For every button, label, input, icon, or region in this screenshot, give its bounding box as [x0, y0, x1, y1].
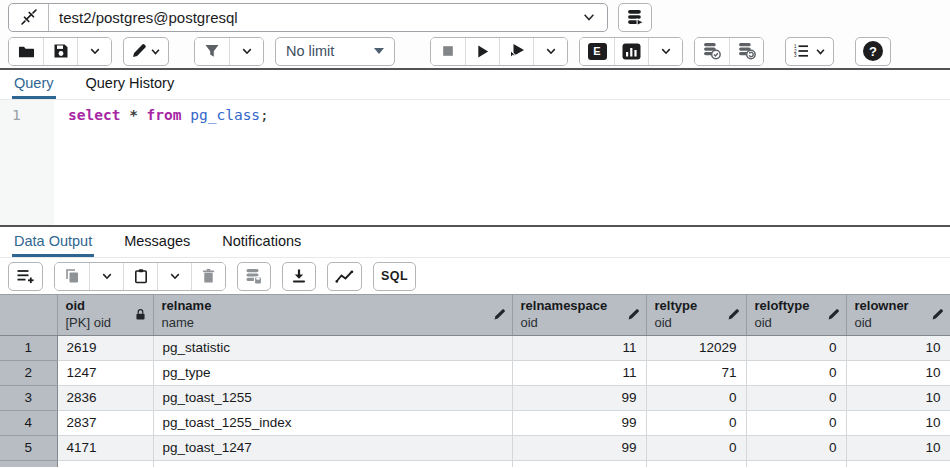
paste-button[interactable]	[123, 263, 157, 290]
save-options-button[interactable]	[77, 38, 111, 65]
connection-bar: test2/postgres@postgresql	[0, 0, 950, 34]
cell-reltype[interactable]	[646, 460, 746, 467]
cell-reltype[interactable]: 0	[646, 435, 746, 460]
cell-oid[interactable]: 4171	[57, 435, 153, 460]
cell-reloftype[interactable]	[746, 460, 846, 467]
explain-menu-button[interactable]	[648, 38, 682, 65]
cell-oid[interactable]	[57, 460, 153, 467]
chevron-down-icon	[545, 45, 557, 57]
column-header-oid[interactable]: oid[PK] oid	[57, 295, 153, 336]
sql-token: ;	[260, 107, 269, 123]
database-run-icon	[627, 9, 644, 26]
paste-options-button[interactable]	[157, 263, 191, 290]
column-header-reltype[interactable]: reltypeoid	[646, 295, 746, 336]
column-header-relname[interactable]: relnamename	[153, 295, 512, 336]
row-number[interactable]	[0, 460, 57, 467]
cell-relnamespace[interactable]: 11	[512, 360, 646, 385]
cell-reloftype[interactable]: 0	[746, 335, 846, 360]
filter-options-button[interactable]	[229, 38, 263, 65]
rollback-button[interactable]	[729, 38, 763, 65]
copy-button[interactable]	[55, 263, 89, 290]
cell-relname[interactable]: pg_toast_1255	[153, 385, 512, 410]
cell-relname[interactable]: pg_type	[153, 360, 512, 385]
cell-oid[interactable]: 2837	[57, 410, 153, 435]
delete-row-button[interactable]	[191, 263, 225, 290]
commit-icon	[703, 42, 721, 60]
row-limit-select[interactable]: No limit	[275, 37, 395, 66]
stop-button[interactable]	[431, 38, 465, 65]
cell-relowner[interactable]: 10	[846, 335, 950, 360]
cell-relname[interactable]: pg_statistic	[153, 335, 512, 360]
connection-dropdown[interactable]: test2/postgres@postgresql	[8, 3, 608, 32]
execute-button[interactable]	[465, 38, 499, 65]
table-row: 32836pg_toast_1255990010	[0, 385, 950, 410]
tab-data-output[interactable]: Data Output	[12, 227, 94, 257]
row-number[interactable]: 3	[0, 385, 57, 410]
row-number[interactable]: 2	[0, 360, 57, 385]
cell-reltype[interactable]: 0	[646, 410, 746, 435]
cell-relname[interactable]: pg_toast_1255_index	[153, 410, 512, 435]
open-file-button[interactable]	[9, 38, 43, 65]
macro-button[interactable]: 123	[785, 37, 834, 66]
cell-relname[interactable]	[153, 460, 512, 467]
tab-notifications[interactable]: Notifications	[220, 227, 303, 257]
tab-messages[interactable]: Messages	[122, 227, 192, 257]
paste-icon	[133, 268, 149, 284]
explain-analyze-button[interactable]	[614, 38, 648, 65]
cell-reltype[interactable]: 12029	[646, 335, 746, 360]
execute-to-cursor-button[interactable]	[499, 38, 533, 65]
column-header-relowner[interactable]: relowneroid	[846, 295, 950, 336]
cell-relnamespace[interactable]: 99	[512, 385, 646, 410]
cell-oid[interactable]: 1247	[57, 360, 153, 385]
sql-code-area[interactable]: select * from pg_class;	[54, 100, 269, 225]
table-row: 42837pg_toast_1255_index990010	[0, 410, 950, 435]
main-toolbar: No limit E	[0, 34, 950, 70]
cell-reloftype[interactable]: 0	[746, 360, 846, 385]
download-button[interactable]	[282, 262, 316, 291]
commit-button[interactable]	[695, 38, 729, 65]
cell-relnamespace[interactable]: 11	[512, 335, 646, 360]
new-connection-button[interactable]	[618, 3, 652, 32]
cell-relname[interactable]: pg_toast_1247	[153, 435, 512, 460]
execute-menu-button[interactable]	[533, 38, 567, 65]
cell-reloftype[interactable]: 0	[746, 385, 846, 410]
cell-oid[interactable]: 2619	[57, 335, 153, 360]
cell-oid[interactable]: 2836	[57, 385, 153, 410]
tab-query-history[interactable]: Query History	[84, 70, 177, 99]
grid-corner-cell[interactable]	[0, 295, 57, 336]
cell-relowner[interactable]: 10	[846, 410, 950, 435]
cell-relnamespace[interactable]	[512, 460, 646, 467]
cell-reloftype[interactable]: 0	[746, 435, 846, 460]
tab-query[interactable]: Query	[12, 70, 56, 99]
edit-button[interactable]	[123, 37, 169, 66]
macro-icon: 123	[793, 43, 812, 59]
cell-relnamespace[interactable]: 99	[512, 410, 646, 435]
filter-button[interactable]	[195, 38, 229, 65]
cell-reltype[interactable]: 71	[646, 360, 746, 385]
column-type: oid	[655, 315, 723, 332]
chart-button[interactable]	[327, 262, 362, 291]
cell-relowner[interactable]: 10	[846, 385, 950, 410]
copy-options-button[interactable]	[89, 263, 123, 290]
row-number[interactable]: 5	[0, 435, 57, 460]
explain-button[interactable]: E	[580, 38, 614, 65]
cell-relowner[interactable]: 10	[846, 435, 950, 460]
cell-reltype[interactable]: 0	[646, 385, 746, 410]
column-header-reloftype[interactable]: reloftypeoid	[746, 295, 846, 336]
sql-button[interactable]: SQL	[373, 262, 416, 291]
chevron-down-icon[interactable]	[571, 10, 607, 24]
cell-relnamespace[interactable]: 99	[512, 435, 646, 460]
explain-analyze-icon	[622, 43, 641, 60]
save-button[interactable]	[43, 38, 77, 65]
cell-reloftype[interactable]: 0	[746, 410, 846, 435]
results-grid: oid[PK] oidrelnamenamerelnamespaceoidrel…	[0, 294, 950, 467]
help-button[interactable]: ?	[855, 37, 891, 66]
column-type: oid	[521, 315, 623, 332]
cell-relowner[interactable]: 10	[846, 360, 950, 385]
column-header-relnamespace[interactable]: relnamespaceoid	[512, 295, 646, 336]
row-number[interactable]: 1	[0, 335, 57, 360]
save-data-button[interactable]	[237, 262, 271, 291]
row-number[interactable]: 4	[0, 410, 57, 435]
cell-relowner[interactable]	[846, 460, 950, 467]
add-row-button[interactable]	[8, 262, 43, 291]
